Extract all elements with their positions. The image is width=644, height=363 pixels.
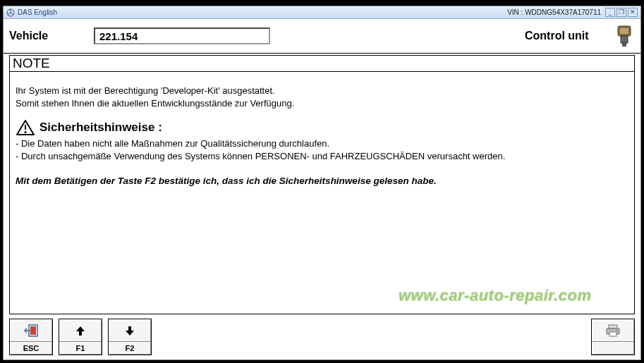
esc-label: ESC: [10, 341, 52, 352]
info-header: Vehicle 221.154 Control unit: [4, 19, 640, 54]
vin-label: VIN : WDDNG54X37A170711: [507, 8, 601, 16]
svg-rect-4: [622, 43, 626, 47]
safety-heading: Sicherheitshinweise :: [40, 120, 162, 136]
minimize-button[interactable]: _: [605, 8, 615, 17]
intro-line-1: Ihr System ist mit der Berechtigung 'Dev…: [16, 85, 628, 97]
control-unit-label: Control unit: [525, 30, 602, 42]
svg-point-11: [616, 330, 618, 331]
printer-icon: [604, 322, 621, 339]
arrow-down-icon: [123, 322, 136, 339]
esc-button[interactable]: ESC: [9, 319, 53, 355]
content-area: Ihr System ist mit der Berechtigung 'Dev…: [9, 72, 635, 314]
f1-button[interactable]: F1: [59, 319, 102, 355]
titlebar: DAS English VIN : WDDNG54X37A170711 _ ❐ …: [4, 6, 640, 19]
watermark: www.car-auto-repair.com: [399, 285, 592, 307]
vehicle-value-box: 221.154: [94, 27, 270, 44]
f1-label: F1: [59, 341, 102, 352]
intro-line-2: Somit stehen Ihnen die aktuellen Entwick…: [16, 97, 628, 110]
app-title: DAS English: [18, 8, 57, 16]
svg-rect-10: [609, 332, 616, 336]
svg-point-6: [25, 131, 27, 133]
close-button[interactable]: ✕: [628, 8, 638, 17]
confirm-instruction: Mit dem Betätigen der Taste F2 bestätige…: [16, 175, 628, 187]
control-unit-icon: [614, 23, 635, 49]
safety-bullet-2: - Durch unsachgemäße Verwendung des Syst…: [16, 150, 628, 163]
exit-icon: [23, 322, 39, 339]
svg-rect-2: [620, 28, 628, 34]
f2-label: F2: [109, 341, 151, 352]
print-button[interactable]: [591, 319, 635, 355]
function-key-row: ESC F1 F2: [4, 314, 640, 359]
vehicle-label: Vehicle: [9, 30, 87, 42]
f2-button[interactable]: F2: [108, 319, 152, 355]
app-icon: [6, 8, 15, 17]
svg-rect-8: [609, 325, 617, 328]
safety-bullet-1: - Die Daten haben nicht alle Maßnahmen z…: [16, 137, 628, 150]
svg-rect-3: [621, 36, 628, 43]
print-label: [592, 341, 634, 352]
arrow-up-icon: [74, 322, 87, 339]
restore-button[interactable]: ❐: [616, 8, 626, 17]
note-heading: NOTE: [9, 55, 635, 72]
app-window: DAS English VIN : WDDNG54X37A170711 _ ❐ …: [3, 6, 641, 360]
warning-icon: [16, 119, 35, 136]
